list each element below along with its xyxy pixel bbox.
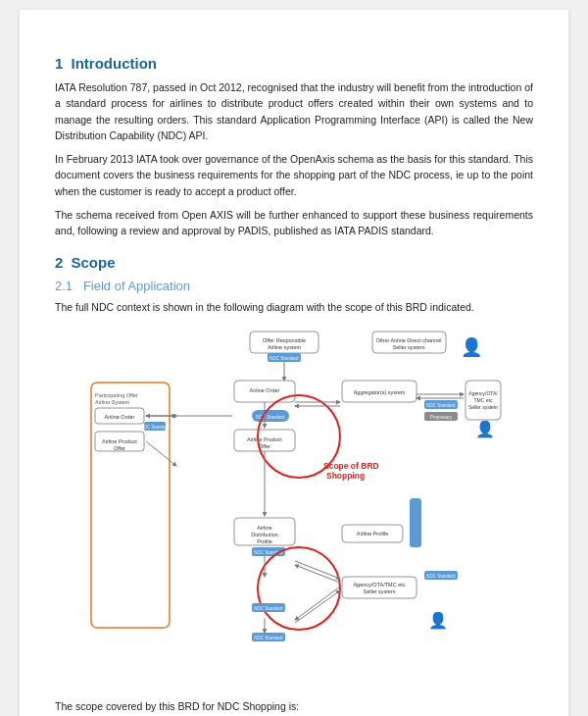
svg-text:NDC Standard: NDC Standard [426,403,456,408]
svg-text:NDC Standard: NDC Standard [254,636,283,640]
subsection-title: 2.1 Field of Application [55,279,533,293]
svg-text:Airline Product: Airline Product [247,436,282,442]
svg-text:Airline Order: Airline Order [105,414,135,420]
svg-text:Airline Product: Airline Product [102,438,137,444]
svg-text:Seller system: Seller system [468,404,498,410]
svg-text:TMC etc: TMC etc [474,397,493,403]
svg-text:NDC Standard: NDC Standard [404,510,409,536]
svg-text:Scope of BRD: Scope of BRD [323,461,379,471]
section-scope: 2 Scope 2.1 Field of Application The ful… [55,254,533,315]
diagram-wrap: Participating Offer Airline System Airli… [83,324,505,687]
diagram-container: Participating Offer Airline System Airli… [55,324,533,687]
scope-title: 2 Scope [55,254,533,271]
svg-text:👤: 👤 [461,336,483,358]
svg-text:NDC Standard: NDC Standard [256,415,285,420]
diagram-svg: Participating Offer Airline System Airli… [83,324,505,687]
intro-para-1: IATA Resolution 787, passed in Oct 2012,… [55,79,533,143]
svg-line-12 [146,441,176,466]
svg-text:Airline system: Airline system [268,344,302,350]
svg-text:NDC Standard: NDC Standard [254,606,283,611]
svg-text:Airline: Airline [257,525,271,531]
svg-text:Airline Profile: Airline Profile [357,531,388,537]
svg-text:NDC Standard: NDC Standard [426,574,456,579]
subsection-intro: The full NDC context is shown in the fol… [55,299,533,315]
scope-bottom-text: The scope covered by this BRD for NDC Sh… [55,698,533,714]
svg-text:👤: 👤 [475,420,495,438]
svg-text:Profile: Profile [257,538,272,544]
svg-text:Agency/OTA/TMC etc: Agency/OTA/TMC etc [353,582,405,588]
svg-text:Seller system: Seller system [363,588,395,594]
svg-text:👤: 👤 [428,611,448,630]
svg-text:Offer: Offer [114,445,125,451]
svg-rect-59 [342,577,416,598]
bottom-section: The scope covered by this BRD for NDC Sh… [55,698,533,716]
svg-line-67 [295,561,340,579]
svg-text:NDC Standard: NDC Standard [270,356,299,361]
svg-text:Proprietary: Proprietary [430,415,453,420]
svg-text:Aggregator(s) system: Aggregator(s) system [354,389,406,395]
svg-text:NDC Standard: NDC Standard [140,425,170,430]
svg-text:Airline Order: Airline Order [250,387,280,393]
svg-line-78 [295,590,340,623]
svg-rect-56 [410,498,421,547]
intro-para-2: In February 2013 IATA took over governan… [55,151,533,199]
svg-text:Other Airline Direct channel: Other Airline Direct channel [376,337,442,343]
svg-text:Participating Offer: Participating Offer [95,392,138,398]
svg-text:Distribution: Distribution [251,532,278,537]
section-intro: 1 Introduction IATA Resolution 787, pass… [55,55,533,238]
intro-title: 1 Introduction [55,55,533,72]
svg-text:Airline System: Airline System [95,399,130,405]
document-page: 1 Introduction IATA Resolution 787, pass… [20,10,568,716]
intro-para-3: The schema received from Open AXIS will … [55,207,533,239]
svg-text:Shopping: Shopping [326,471,365,481]
svg-text:Offer Responsible: Offer Responsible [263,337,306,343]
svg-text:Seller system: Seller system [392,344,424,350]
svg-line-79 [295,587,340,620]
svg-text:Agency/OTA/: Agency/OTA/ [468,390,498,396]
